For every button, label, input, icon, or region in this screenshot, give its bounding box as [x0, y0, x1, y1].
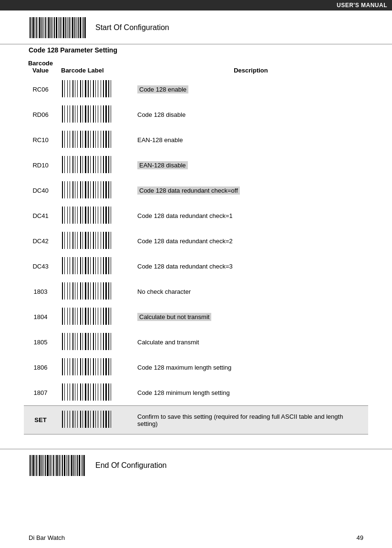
svg-rect-263	[90, 358, 91, 375]
svg-rect-90	[108, 131, 109, 148]
svg-rect-253	[64, 358, 65, 375]
svg-rect-178	[77, 257, 78, 274]
svg-rect-333	[68, 455, 69, 476]
svg-rect-102	[88, 156, 89, 173]
svg-rect-209	[105, 282, 107, 300]
svg-rect-70	[108, 105, 109, 123]
svg-rect-198	[77, 282, 78, 300]
svg-rect-68	[103, 105, 104, 123]
svg-rect-306	[98, 411, 98, 428]
svg-rect-184	[93, 257, 94, 274]
table-row-set: SETConfirm to save this setting (require…	[24, 406, 368, 434]
svg-rect-196	[72, 282, 73, 300]
svg-rect-31	[85, 17, 86, 38]
svg-rect-11	[48, 17, 50, 38]
svg-rect-29	[82, 17, 83, 38]
table-row: DC43Code 128 data redundant check=3	[24, 254, 368, 279]
svg-rect-118	[77, 181, 78, 198]
svg-rect-15	[56, 17, 57, 38]
row-barcode-image	[57, 127, 134, 153]
svg-rect-191	[111, 257, 111, 274]
svg-rect-109	[105, 156, 107, 173]
svg-rect-35	[70, 80, 70, 97]
svg-rect-101	[85, 156, 86, 173]
svg-rect-51	[111, 80, 111, 97]
svg-rect-46	[98, 80, 98, 97]
svg-rect-88	[103, 131, 104, 148]
table-row: RC10EAN-128 enable	[24, 127, 368, 153]
svg-rect-337	[75, 455, 76, 476]
svg-rect-103	[90, 156, 91, 173]
svg-rect-235	[70, 333, 70, 350]
svg-rect-341	[83, 455, 83, 476]
svg-rect-268	[103, 358, 104, 375]
row-description: Calculate but not transmit	[134, 304, 368, 330]
svg-rect-147	[101, 207, 101, 224]
svg-rect-144	[93, 207, 94, 224]
svg-rect-304	[93, 411, 94, 428]
svg-rect-123	[90, 181, 91, 198]
svg-rect-82	[88, 131, 89, 148]
svg-rect-19	[63, 17, 64, 38]
svg-rect-190	[108, 257, 109, 274]
svg-rect-60	[83, 105, 83, 123]
svg-rect-78	[77, 131, 78, 148]
svg-rect-200	[83, 282, 83, 300]
svg-rect-238	[77, 333, 78, 350]
svg-rect-255	[70, 358, 70, 375]
svg-rect-96	[72, 156, 73, 173]
svg-rect-305	[95, 411, 96, 428]
row-barcode-image	[57, 178, 134, 203]
svg-rect-66	[98, 105, 98, 123]
svg-rect-145	[95, 207, 96, 224]
svg-rect-320	[43, 455, 44, 476]
footer-bar: Di Bar Watch 49	[0, 532, 392, 543]
svg-rect-165	[95, 232, 96, 249]
svg-rect-287	[101, 383, 101, 401]
svg-rect-4	[36, 17, 37, 38]
svg-rect-194	[67, 282, 68, 300]
svg-rect-281	[85, 383, 86, 401]
table-row: DC42Code 128 data redundant check=2	[24, 228, 368, 254]
svg-rect-26	[76, 17, 77, 38]
svg-rect-176	[72, 257, 73, 274]
svg-rect-225	[95, 308, 96, 325]
svg-rect-116	[72, 181, 73, 198]
svg-rect-148	[103, 207, 104, 224]
svg-rect-22	[69, 17, 70, 38]
svg-rect-162	[88, 232, 89, 249]
svg-rect-28	[80, 17, 81, 38]
svg-rect-325	[53, 455, 54, 476]
svg-rect-297	[75, 411, 75, 428]
end-config-label: End Of Configuration	[95, 461, 166, 470]
svg-rect-237	[75, 333, 75, 350]
svg-rect-154	[67, 232, 68, 249]
svg-rect-204	[93, 282, 94, 300]
svg-rect-199	[80, 282, 81, 300]
svg-rect-9	[45, 17, 46, 38]
svg-rect-340	[81, 455, 82, 476]
svg-rect-166	[98, 232, 98, 249]
set-row-description: Confirm to save this setting (required f…	[134, 406, 368, 434]
svg-rect-331	[64, 455, 65, 476]
svg-rect-167	[101, 232, 101, 249]
row-barcode-value: RD10	[24, 153, 57, 178]
svg-rect-229	[105, 308, 107, 325]
row-barcode-value: DC41	[24, 203, 57, 228]
svg-rect-142	[88, 207, 89, 224]
svg-rect-243	[90, 333, 91, 350]
svg-rect-207	[101, 282, 101, 300]
svg-rect-270	[108, 358, 109, 375]
svg-rect-230	[108, 308, 109, 325]
svg-rect-249	[105, 333, 107, 350]
svg-rect-45	[95, 80, 96, 97]
svg-rect-186	[98, 257, 98, 274]
svg-rect-119	[80, 181, 81, 198]
svg-rect-242	[88, 333, 89, 350]
svg-rect-140	[83, 207, 83, 224]
svg-rect-108	[103, 156, 104, 173]
svg-rect-110	[108, 156, 109, 173]
svg-rect-20	[65, 17, 66, 38]
row-barcode-value: RC10	[24, 127, 57, 153]
svg-rect-302	[88, 411, 89, 428]
